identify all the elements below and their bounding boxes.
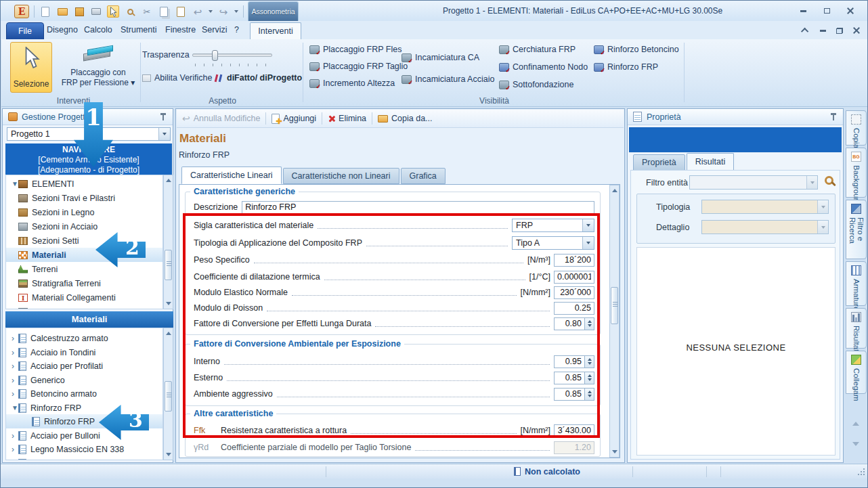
scroll-up-arrow[interactable] <box>166 179 171 182</box>
list-item[interactable]: ›Betoncino armato <box>6 386 162 401</box>
tree-item-elementi[interactable]: ▼ELEMENTI <box>6 177 162 191</box>
side-tab-background[interactable]: BG Background <box>846 148 867 198</box>
vis-rinforzo-frp[interactable]: Rinforzo FRP <box>594 62 658 72</box>
paste-button[interactable] <box>175 5 187 18</box>
pin-icon[interactable] <box>831 113 836 121</box>
tab-file[interactable]: File <box>6 22 44 40</box>
modulo-elastico-input[interactable] <box>554 286 594 299</box>
search-icon[interactable] <box>825 176 833 185</box>
vis-confinamento-nodo[interactable]: Confinamento Nodo <box>499 62 588 72</box>
spinner[interactable] <box>585 355 594 368</box>
vis-rinforzo-betoncino[interactable]: Rinforzo Betoncino <box>594 45 679 54</box>
undo-button[interactable]: ↩ <box>192 5 204 18</box>
scroll-up-arrow[interactable] <box>612 189 617 192</box>
pin-icon[interactable] <box>160 113 166 121</box>
annulla-modifiche-button[interactable]: ↩ Annulla Modifiche <box>177 111 265 126</box>
tipologia-applicazione-select[interactable]: Tipo A <box>512 236 594 250</box>
app-logo-icon[interactable]: E <box>14 5 29 18</box>
scrollbar-thumb[interactable] <box>165 381 172 412</box>
list-item[interactable]: ›Calcestruzzo armato <box>6 331 162 345</box>
abilita-verifiche-button[interactable]: Abilita Verifiche <box>142 73 212 83</box>
minimize-button[interactable] <box>794 6 812 16</box>
list-item[interactable]: ›Legno Massiccio EN 338 <box>6 442 162 456</box>
aggiungi-button[interactable]: ✚ Aggiungi <box>266 111 322 126</box>
scrollbar-thumb[interactable] <box>611 287 618 324</box>
tab-servizi[interactable]: Servizi <box>202 25 227 35</box>
list-item[interactable]: ›Acciaio per Profilati <box>6 359 162 373</box>
redo-button[interactable]: ↪ <box>217 5 230 18</box>
vis-sottofondazione[interactable]: Sottofondazione <box>499 80 573 89</box>
sigla-materiale-select[interactable]: FRP <box>512 219 594 232</box>
tree-item-terreni[interactable]: Terreni <box>6 262 162 276</box>
tab-strumenti[interactable]: Strumenti <box>121 25 157 35</box>
vis-incremento-altezza[interactable]: Incremento Altezza <box>309 79 395 88</box>
spinner[interactable] <box>585 372 594 384</box>
maximize-button[interactable] <box>818 6 836 16</box>
tree-item-sezioni-acciaio[interactable]: Sezioni in Acciaio <box>6 219 162 234</box>
selezione-button[interactable]: Selezione <box>10 42 52 93</box>
form-scrollbar[interactable] <box>609 185 620 458</box>
tab-finestre[interactable]: Finestre <box>165 25 196 35</box>
vis-incamiciatura-acciaio[interactable]: Incamiciatura Acciaio <box>402 74 494 84</box>
list-item-rinforzo-frp-parent[interactable]: ▼Rinforzo FRP <box>6 401 162 415</box>
child-restore-button[interactable] <box>831 26 848 35</box>
peso-specifico-input[interactable] <box>554 254 594 267</box>
vis-placcaggio-frp-taglio[interactable]: Placcaggio FRP Taglio <box>309 62 408 71</box>
elimina-button[interactable]: Elimina <box>322 111 372 126</box>
list-item[interactable]: ›Acciaio in Tondini <box>6 345 162 359</box>
chevron-down-icon[interactable] <box>582 219 594 231</box>
spinner[interactable] <box>585 317 594 330</box>
resize-grip[interactable] <box>857 468 865 476</box>
ambiente-aggressivo-input[interactable] <box>554 388 585 401</box>
vis-incamiciatura-ca[interactable]: Incamiciatura CA <box>402 53 479 62</box>
tab-interventi-active[interactable]: Interventi <box>250 22 301 41</box>
modulo-poisson-input[interactable] <box>554 302 594 315</box>
tab-disegno[interactable]: Disegno <box>47 25 78 35</box>
cut-button[interactable]: ✂ <box>141 5 153 18</box>
scroll-down-arrow[interactable] <box>612 450 617 453</box>
slider-thumb[interactable] <box>212 50 218 61</box>
copy-button[interactable] <box>158 5 170 18</box>
trasparenza-slider[interactable] <box>192 53 272 57</box>
scroll-down-arrow[interactable] <box>166 453 171 456</box>
tab-caratteristiche-non-lineari[interactable]: Caratteristiche non Lineari <box>283 168 399 184</box>
materials-scrollbar[interactable] <box>163 328 173 460</box>
tree-item-stratigrafia[interactable]: Stratigrafia Terreni <box>6 276 162 290</box>
chevron-down-icon[interactable] <box>582 237 594 249</box>
scroll-down-arrow[interactable] <box>166 302 171 305</box>
interno-input[interactable] <box>554 355 585 368</box>
tab-help[interactable]: ? <box>234 25 239 35</box>
tab-grafica[interactable]: Grafica <box>401 168 446 184</box>
tree-item-sezioni-travi[interactable]: Sezioni Travi e Pilastri <box>6 191 162 205</box>
dilatazione-termica-input[interactable] <box>554 271 594 284</box>
vis-placcaggio-frp-fles[interactable]: Placcaggio FRP Fles <box>309 45 402 54</box>
close-button[interactable] <box>842 6 859 16</box>
zoom-tool-button[interactable] <box>124 5 136 18</box>
fattore-lunga-durata-input[interactable] <box>554 317 585 330</box>
undo-dropdown-arrow[interactable] <box>209 10 213 13</box>
strip-scroll-up-arrow[interactable] <box>852 422 859 426</box>
child-window-tab[interactable]: Assonometria <box>248 1 299 21</box>
scroll-up-arrow[interactable] <box>166 332 171 335</box>
print-button[interactable] <box>90 5 102 18</box>
side-tab-collegamenti[interactable]: Collegam <box>846 351 867 394</box>
side-tab-copia[interactable]: Copia <box>846 110 867 146</box>
ribbon-collapse-button[interactable] <box>797 26 815 35</box>
placcaggio-frp-button[interactable]: Placcaggio con FRP per Flessione ▾ <box>56 42 141 93</box>
select-tool-button[interactable] <box>107 5 119 18</box>
list-item[interactable]: ›Acciaio per Bulloni <box>6 428 162 443</box>
resistenza-rottura-input[interactable] <box>554 424 594 437</box>
tab-calcolo[interactable]: Calcolo <box>84 25 112 35</box>
side-tab-risultati[interactable]: Risultati <box>846 308 867 349</box>
tab-proprieta[interactable]: Proprietà <box>633 154 685 171</box>
strip-scroll-down-arrow[interactable] <box>852 442 859 446</box>
difatto-diprogetto-button[interactable]: diFatto/ diProgetto <box>215 73 302 83</box>
open-button[interactable] <box>56 5 68 18</box>
child-minimize-button[interactable] <box>814 26 831 35</box>
list-item[interactable]: ›Legno Lamellare EN 1194 <box>6 456 162 460</box>
list-item[interactable]: ›Generico <box>6 373 162 387</box>
chevron-down-icon[interactable] <box>158 128 170 140</box>
esterno-input[interactable] <box>554 372 585 384</box>
redo-dropdown-arrow[interactable] <box>234 10 238 13</box>
tree-item-materiali-collegamenti[interactable]: IMateriali Collegamenti <box>6 290 162 305</box>
